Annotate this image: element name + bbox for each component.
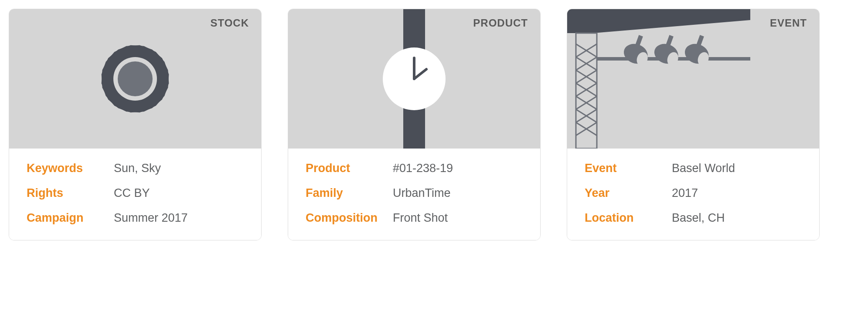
cards-row: STOCK Keywords Sun, Sky Rights <box>9 9 859 240</box>
svg-marker-9 <box>567 9 750 33</box>
card-stock-body: Keywords Sun, Sky Rights CC BY Campaign … <box>9 149 261 240</box>
meta-key-location: Location <box>585 211 672 225</box>
meta-key-year: Year <box>585 186 672 200</box>
meta-row: Product #01-238-19 <box>306 162 523 175</box>
svg-rect-4 <box>403 9 425 53</box>
meta-key-keywords: Keywords <box>27 162 114 175</box>
card-product-tag: PRODUCT <box>473 17 528 29</box>
meta-val-location: Basel, CH <box>672 211 725 225</box>
sun-icon <box>9 9 261 149</box>
meta-key-rights: Rights <box>27 186 114 200</box>
meta-val-rights: CC BY <box>114 186 150 200</box>
stage-lights-icon <box>567 9 819 149</box>
meta-val-event: Basel World <box>672 162 735 175</box>
meta-val-year: 2017 <box>672 186 698 200</box>
meta-row: Family UrbanTime <box>306 186 523 200</box>
meta-val-composition: Front Shot <box>393 211 448 225</box>
card-product-header: PRODUCT <box>288 9 540 149</box>
card-stock-tag: STOCK <box>210 17 249 29</box>
meta-key-composition: Composition <box>306 211 393 225</box>
meta-row: Location Basel, CH <box>585 211 802 225</box>
meta-row: Year 2017 <box>585 186 802 200</box>
meta-key-campaign: Campaign <box>27 211 114 225</box>
meta-row: Composition Front Shot <box>306 211 523 225</box>
meta-row: Keywords Sun, Sky <box>27 162 244 175</box>
card-product-body: Product #01-238-19 Family UrbanTime Comp… <box>288 149 540 240</box>
meta-val-keywords: Sun, Sky <box>114 162 161 175</box>
svg-point-3 <box>118 61 153 96</box>
meta-val-product: #01-238-19 <box>393 162 453 175</box>
card-event[interactable]: EVENT <box>567 9 820 240</box>
card-event-header: EVENT <box>567 9 819 149</box>
meta-row: Rights CC BY <box>27 186 244 200</box>
meta-val-family: UrbanTime <box>393 186 451 200</box>
watch-icon <box>288 9 540 149</box>
svg-rect-5 <box>403 105 425 149</box>
meta-key-product: Product <box>306 162 393 175</box>
card-stock-header: STOCK <box>9 9 261 149</box>
card-product[interactable]: PRODUCT Product #01-238-19 Family UrbanT… <box>288 9 541 240</box>
meta-val-campaign: Summer 2017 <box>114 211 188 225</box>
meta-key-event: Event <box>585 162 672 175</box>
card-stock[interactable]: STOCK Keywords Sun, Sky Rights <box>9 9 262 240</box>
meta-row: Event Basel World <box>585 162 802 175</box>
meta-row: Campaign Summer 2017 <box>27 211 244 225</box>
card-event-body: Event Basel World Year 2017 Location Bas… <box>567 149 819 240</box>
meta-key-family: Family <box>306 186 393 200</box>
card-event-tag: EVENT <box>770 17 807 29</box>
